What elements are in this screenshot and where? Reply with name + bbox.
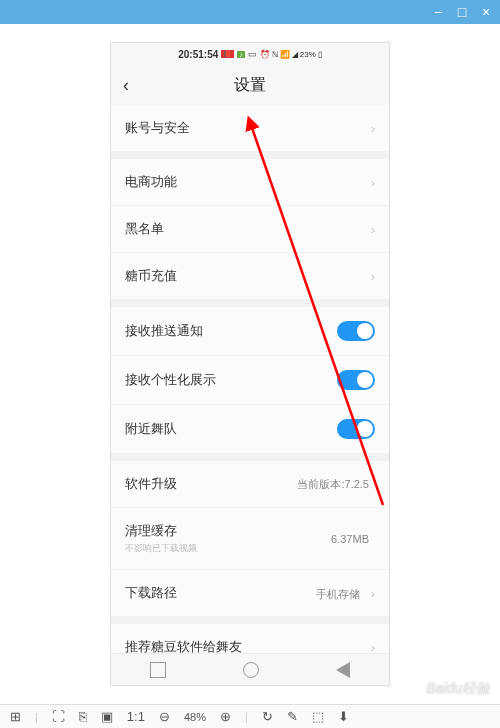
window-titlebar: − □ ×	[0, 0, 500, 24]
android-nav-bar	[111, 653, 389, 685]
crop-icon[interactable]: ⬚	[312, 709, 324, 724]
wifi-icon: ◢	[292, 50, 298, 59]
setting-personalized[interactable]: 接收个性化展示	[111, 356, 389, 404]
chevron-right-icon: ›	[371, 586, 375, 601]
signal-icon: 📶	[280, 50, 290, 59]
toggle-switch[interactable]	[337, 321, 375, 341]
edit-icon[interactable]: ✎	[287, 709, 298, 724]
close-button[interactable]: ×	[480, 6, 492, 18]
toggle-switch[interactable]	[337, 370, 375, 390]
chevron-right-icon: ›	[371, 121, 375, 136]
chevron-right-icon: ›	[371, 222, 375, 237]
zoom-level: 48%	[184, 711, 206, 723]
divider: |	[35, 711, 38, 723]
setting-label: 下载路径	[125, 584, 177, 602]
setting-label: 糖币充值	[125, 267, 177, 285]
status-gallery-icon: ▭	[248, 49, 257, 59]
fit-icon[interactable]: ▣	[101, 709, 113, 724]
copy-icon[interactable]: ⎘	[79, 709, 87, 724]
zoom-out-icon[interactable]: ⊖	[159, 709, 170, 724]
watermark: Baidu经验	[426, 680, 490, 698]
settings-list: 账号与安全 › 电商功能 › 黑名单 › 糖币充值 › 接收推送通知 接收个性化…	[111, 105, 389, 653]
setting-account-security[interactable]: 账号与安全 ›	[111, 105, 389, 151]
rotate-icon[interactable]: ↻	[262, 709, 273, 724]
setting-blacklist[interactable]: 黑名单 ›	[111, 206, 389, 252]
phone-status-bar: 20:51:54 📕 ♪ ▭ ⏰ ℕ 📶 ◢ 23% ▯	[111, 43, 389, 65]
chevron-right-icon: ›	[371, 640, 375, 654]
download-icon[interactable]: ⬇	[338, 709, 349, 724]
page-title: 设置	[234, 75, 266, 96]
status-app-icon: 📕	[221, 50, 234, 58]
divider: |	[245, 711, 248, 723]
grid-icon[interactable]: ⊞	[10, 709, 21, 724]
setting-cache[interactable]: 清理缓存 不影响已下载视频 6.37MB	[111, 508, 389, 569]
phone-screenshot: 20:51:54 📕 ♪ ▭ ⏰ ℕ 📶 ◢ 23% ▯ ‹ 设置 账号与安全 …	[110, 42, 390, 686]
setting-value: 当前版本:7.2.5	[297, 477, 369, 492]
setting-recommend[interactable]: 推荐糖豆软件给舞友 ›	[111, 624, 389, 653]
image-viewer-area: 20:51:54 📕 ♪ ▭ ⏰ ℕ 📶 ◢ 23% ▯ ‹ 设置 账号与安全 …	[0, 24, 500, 704]
actual-size-icon[interactable]: 1:1	[127, 709, 145, 724]
setting-nearby[interactable]: 附近舞队	[111, 405, 389, 453]
minimize-button[interactable]: −	[432, 6, 444, 18]
zoom-in-icon[interactable]: ⊕	[220, 709, 231, 724]
expand-icon[interactable]: ⛶	[52, 709, 65, 724]
battery-icon: ▯	[318, 50, 322, 59]
back-button[interactable]: ‹	[123, 75, 129, 96]
toggle-switch[interactable]	[337, 419, 375, 439]
setting-download-path[interactable]: 下载路径 手机存储 ›	[111, 570, 389, 616]
status-right-icons: ⏰ ℕ 📶 ◢ 23% ▯	[260, 50, 322, 59]
battery-text: 23%	[300, 50, 316, 59]
setting-label: 电商功能	[125, 173, 177, 191]
setting-label: 黑名单	[125, 220, 164, 238]
nfc-icon: ℕ	[272, 50, 278, 59]
back-nav-button[interactable]	[336, 662, 350, 678]
status-app-icon2: ♪	[237, 51, 245, 58]
maximize-button[interactable]: □	[456, 6, 468, 18]
alarm-icon: ⏰	[260, 50, 270, 59]
viewer-toolbar: ⊞ | ⛶ ⎘ ▣ 1:1 ⊖ 48% ⊕ | ↻ ✎ ⬚ ⬇	[0, 704, 500, 728]
status-time: 20:51:54	[178, 49, 218, 60]
setting-label: 推荐糖豆软件给舞友	[125, 638, 242, 653]
setting-sublabel: 不影响已下载视频	[125, 542, 197, 555]
setting-label: 清理缓存	[125, 522, 197, 540]
setting-push-notification[interactable]: 接收推送通知	[111, 307, 389, 355]
setting-value: 手机存储	[316, 588, 360, 600]
chevron-right-icon: ›	[371, 175, 375, 190]
setting-value: 6.37MB	[331, 533, 369, 545]
setting-label: 接收个性化展示	[125, 371, 216, 389]
app-header: ‹ 设置	[111, 65, 389, 105]
setting-ecommerce[interactable]: 电商功能 ›	[111, 159, 389, 205]
setting-label: 软件升级	[125, 475, 177, 493]
chevron-right-icon: ›	[371, 269, 375, 284]
setting-recharge[interactable]: 糖币充值 ›	[111, 253, 389, 299]
setting-label: 接收推送通知	[125, 322, 203, 340]
setting-label: 账号与安全	[125, 119, 190, 137]
recent-apps-button[interactable]	[150, 662, 166, 678]
home-button[interactable]	[243, 662, 259, 678]
setting-upgrade[interactable]: 软件升级 当前版本:7.2.5	[111, 461, 389, 507]
setting-label: 附近舞队	[125, 420, 177, 438]
